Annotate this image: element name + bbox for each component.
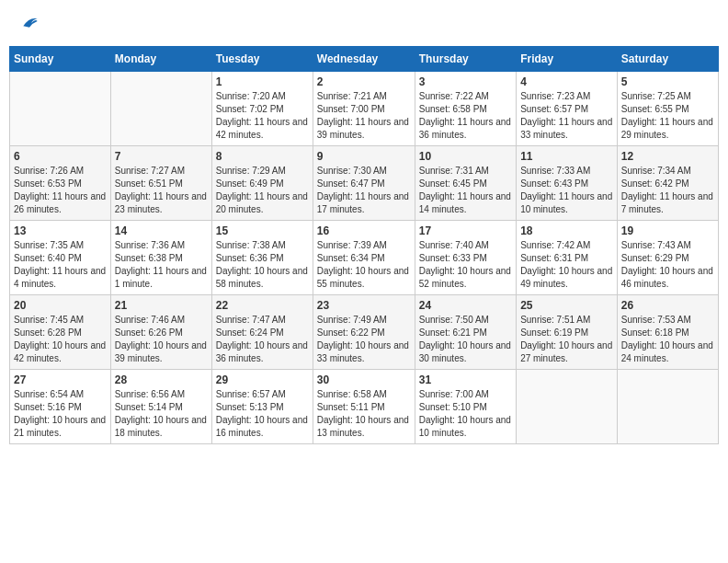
day-number: 20 [14, 299, 107, 312]
day-number: 6 [14, 150, 107, 163]
calendar-cell: 15Sunrise: 7:38 AM Sunset: 6:36 PM Dayli… [211, 221, 313, 295]
weekday-header-thursday: Thursday [415, 47, 516, 72]
calendar-cell: 5Sunrise: 7:25 AM Sunset: 6:55 PM Daylig… [617, 72, 718, 146]
day-info: Sunrise: 6:54 AM Sunset: 5:16 PM Dayligh… [14, 388, 107, 440]
calendar-cell: 13Sunrise: 7:35 AM Sunset: 6:40 PM Dayli… [10, 221, 111, 295]
calendar-cell: 12Sunrise: 7:34 AM Sunset: 6:42 PM Dayli… [617, 146, 718, 221]
weekday-header-friday: Friday [517, 47, 618, 72]
calendar-header-row: SundayMondayTuesdayWednesdayThursdayFrid… [10, 47, 719, 72]
day-number: 5 [621, 75, 714, 88]
day-info: Sunrise: 7:29 AM Sunset: 6:49 PM Dayligh… [216, 165, 309, 216]
day-number: 19 [621, 224, 714, 237]
calendar-cell: 11Sunrise: 7:33 AM Sunset: 6:43 PM Dayli… [517, 146, 618, 221]
calendar-cell: 23Sunrise: 7:49 AM Sunset: 6:22 PM Dayli… [313, 295, 415, 370]
calendar-cell: 17Sunrise: 7:40 AM Sunset: 6:33 PM Dayli… [415, 221, 516, 295]
weekday-header-wednesday: Wednesday [313, 47, 415, 72]
calendar-cell: 20Sunrise: 7:45 AM Sunset: 6:28 PM Dayli… [10, 295, 111, 370]
day-number: 24 [419, 299, 512, 312]
day-info: Sunrise: 7:00 AM Sunset: 5:10 PM Dayligh… [419, 388, 512, 440]
day-info: Sunrise: 7:53 AM Sunset: 6:18 PM Dayligh… [621, 314, 714, 365]
calendar-cell: 22Sunrise: 7:47 AM Sunset: 6:24 PM Dayli… [211, 295, 313, 370]
day-info: Sunrise: 7:42 AM Sunset: 6:31 PM Dayligh… [520, 239, 613, 291]
day-info: Sunrise: 7:49 AM Sunset: 6:22 PM Dayligh… [317, 314, 411, 365]
day-info: Sunrise: 7:38 AM Sunset: 6:36 PM Dayligh… [216, 239, 309, 291]
calendar-cell [617, 370, 718, 444]
day-info: Sunrise: 7:47 AM Sunset: 6:24 PM Dayligh… [216, 314, 309, 365]
day-info: Sunrise: 7:25 AM Sunset: 6:55 PM Dayligh… [621, 90, 714, 142]
day-number: 13 [14, 224, 107, 237]
weekday-header-monday: Monday [110, 47, 211, 72]
day-info: Sunrise: 7:20 AM Sunset: 7:02 PM Dayligh… [216, 90, 309, 142]
calendar-table: SundayMondayTuesdayWednesdayThursdayFrid… [9, 46, 719, 444]
calendar-cell: 25Sunrise: 7:51 AM Sunset: 6:19 PM Dayli… [517, 295, 618, 370]
day-info: Sunrise: 7:22 AM Sunset: 6:58 PM Dayligh… [419, 90, 512, 142]
calendar-week-row: 6Sunrise: 7:26 AM Sunset: 6:53 PM Daylig… [10, 146, 719, 221]
calendar-cell: 24Sunrise: 7:50 AM Sunset: 6:21 PM Dayli… [415, 295, 516, 370]
calendar-cell [10, 72, 111, 146]
day-number: 1 [216, 75, 309, 88]
day-number: 17 [419, 224, 512, 237]
calendar-cell: 3Sunrise: 7:22 AM Sunset: 6:58 PM Daylig… [415, 72, 516, 146]
calendar-cell: 30Sunrise: 6:58 AM Sunset: 5:11 PM Dayli… [313, 370, 415, 444]
logo [18, 14, 39, 32]
day-info: Sunrise: 6:57 AM Sunset: 5:13 PM Dayligh… [216, 388, 309, 440]
day-number: 18 [520, 224, 613, 237]
calendar-cell: 16Sunrise: 7:39 AM Sunset: 6:34 PM Dayli… [313, 221, 415, 295]
day-number: 8 [216, 150, 309, 163]
day-number: 25 [520, 299, 613, 312]
day-number: 9 [317, 150, 411, 163]
day-number: 26 [621, 299, 714, 312]
calendar-cell [517, 370, 618, 444]
day-info: Sunrise: 7:50 AM Sunset: 6:21 PM Dayligh… [419, 314, 512, 365]
calendar-cell: 7Sunrise: 7:27 AM Sunset: 6:51 PM Daylig… [110, 146, 211, 221]
day-info: Sunrise: 7:34 AM Sunset: 6:42 PM Dayligh… [621, 165, 714, 216]
day-number: 4 [520, 75, 613, 88]
day-info: Sunrise: 7:23 AM Sunset: 6:57 PM Dayligh… [520, 90, 613, 142]
calendar-cell: 18Sunrise: 7:42 AM Sunset: 6:31 PM Dayli… [517, 221, 618, 295]
day-info: Sunrise: 7:51 AM Sunset: 6:19 PM Dayligh… [520, 314, 613, 365]
day-info: Sunrise: 7:35 AM Sunset: 6:40 PM Dayligh… [14, 239, 107, 291]
day-info: Sunrise: 7:40 AM Sunset: 6:33 PM Dayligh… [419, 239, 512, 291]
day-info: Sunrise: 7:36 AM Sunset: 6:38 PM Dayligh… [115, 239, 208, 291]
day-info: Sunrise: 6:56 AM Sunset: 5:14 PM Dayligh… [115, 388, 208, 440]
calendar-cell: 1Sunrise: 7:20 AM Sunset: 7:02 PM Daylig… [211, 72, 313, 146]
calendar-week-row: 27Sunrise: 6:54 AM Sunset: 5:16 PM Dayli… [10, 370, 719, 444]
day-info: Sunrise: 7:46 AM Sunset: 6:26 PM Dayligh… [115, 314, 208, 365]
calendar-cell: 10Sunrise: 7:31 AM Sunset: 6:45 PM Dayli… [415, 146, 516, 221]
calendar-cell: 9Sunrise: 7:30 AM Sunset: 6:47 PM Daylig… [313, 146, 415, 221]
day-number: 15 [216, 224, 309, 237]
day-info: Sunrise: 7:30 AM Sunset: 6:47 PM Dayligh… [317, 165, 411, 216]
day-info: Sunrise: 7:27 AM Sunset: 6:51 PM Dayligh… [115, 165, 208, 216]
day-number: 23 [317, 299, 411, 312]
day-number: 2 [317, 75, 411, 88]
weekday-header-tuesday: Tuesday [211, 47, 313, 72]
calendar-cell: 6Sunrise: 7:26 AM Sunset: 6:53 PM Daylig… [10, 146, 111, 221]
weekday-header-saturday: Saturday [617, 47, 718, 72]
day-number: 14 [115, 224, 208, 237]
calendar-cell: 4Sunrise: 7:23 AM Sunset: 6:57 PM Daylig… [517, 72, 618, 146]
day-number: 3 [419, 75, 512, 88]
day-info: Sunrise: 7:43 AM Sunset: 6:29 PM Dayligh… [621, 239, 714, 291]
day-info: Sunrise: 6:58 AM Sunset: 5:11 PM Dayligh… [317, 388, 411, 440]
day-info: Sunrise: 7:21 AM Sunset: 7:00 PM Dayligh… [317, 90, 411, 142]
day-number: 21 [115, 299, 208, 312]
calendar-cell: 26Sunrise: 7:53 AM Sunset: 6:18 PM Dayli… [617, 295, 718, 370]
page-header [9, 9, 719, 37]
calendar-cell: 28Sunrise: 6:56 AM Sunset: 5:14 PM Dayli… [110, 370, 211, 444]
calendar-week-row: 20Sunrise: 7:45 AM Sunset: 6:28 PM Dayli… [10, 295, 719, 370]
calendar-cell: 31Sunrise: 7:00 AM Sunset: 5:10 PM Dayli… [415, 370, 516, 444]
day-info: Sunrise: 7:39 AM Sunset: 6:34 PM Dayligh… [317, 239, 411, 291]
day-number: 10 [419, 150, 512, 163]
day-info: Sunrise: 7:31 AM Sunset: 6:45 PM Dayligh… [419, 165, 512, 216]
day-number: 27 [14, 373, 107, 386]
logo-bird-icon [20, 14, 39, 32]
calendar-cell: 14Sunrise: 7:36 AM Sunset: 6:38 PM Dayli… [110, 221, 211, 295]
calendar-cell: 19Sunrise: 7:43 AM Sunset: 6:29 PM Dayli… [617, 221, 718, 295]
calendar-cell: 8Sunrise: 7:29 AM Sunset: 6:49 PM Daylig… [211, 146, 313, 221]
day-number: 31 [419, 373, 512, 386]
weekday-header-sunday: Sunday [10, 47, 111, 72]
day-number: 29 [216, 373, 309, 386]
calendar-cell: 21Sunrise: 7:46 AM Sunset: 6:26 PM Dayli… [110, 295, 211, 370]
calendar-cell [110, 72, 211, 146]
day-number: 11 [520, 150, 613, 163]
